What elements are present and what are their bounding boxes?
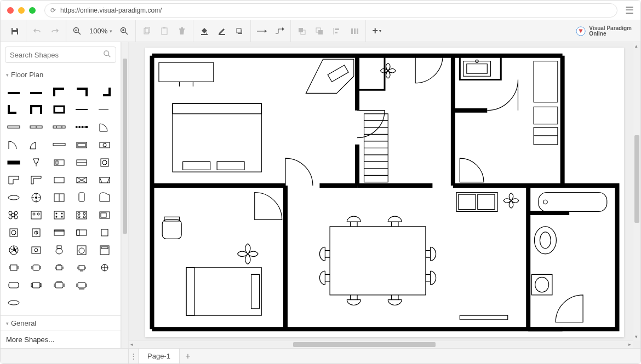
shape-seat-4[interactable] [74, 261, 89, 274]
shape-window-2[interactable] [28, 120, 44, 134]
paste-button[interactable] [157, 24, 172, 39]
add-page-button[interactable]: + [180, 349, 196, 363]
redo-button[interactable] [47, 24, 62, 39]
shape-armchair-3[interactable] [74, 278, 89, 291]
shape-sink-2[interactable] [97, 138, 112, 151]
shape-door-2[interactable] [28, 138, 44, 151]
zoom-level[interactable]: 100% ▾ [87, 27, 115, 35]
shape-seat-3[interactable] [51, 261, 67, 274]
more-shapes-button[interactable]: More Shapes... [1, 331, 121, 348]
shape-wall-corner-br[interactable] [97, 85, 112, 99]
drawing-canvas[interactable]: ◂ ▸ ▴ ▾ [129, 42, 640, 348]
shape-appliance-1[interactable] [51, 155, 67, 169]
shape-wall-corner-tl[interactable] [51, 85, 67, 99]
shape-wall-h2[interactable] [28, 85, 44, 99]
shape-window-1[interactable] [6, 120, 21, 134]
close-window-icon[interactable] [7, 7, 14, 14]
shape-desk-l[interactable] [6, 173, 21, 186]
shape-desk[interactable] [28, 173, 44, 186]
shape-table-1[interactable] [51, 173, 67, 186]
distribute-button[interactable] [347, 24, 362, 39]
line-style-button[interactable] [254, 24, 270, 39]
shape-sink-1[interactable] [74, 138, 89, 151]
vertical-scrollbar[interactable]: ▴ ▾ [633, 42, 640, 340]
shape-pie[interactable] [6, 243, 21, 256]
shape-microwave[interactable] [97, 208, 112, 221]
shape-appliance-3[interactable] [97, 155, 112, 169]
shape-seat-2[interactable] [28, 261, 44, 274]
shape-door-1[interactable] [6, 138, 21, 151]
shape-window-3[interactable] [51, 120, 67, 134]
align-button[interactable] [329, 24, 345, 39]
copy-button[interactable] [139, 24, 154, 39]
shape-plate[interactable] [6, 190, 21, 204]
page-tab-1[interactable]: Page-1 [139, 349, 180, 363]
line-color-button[interactable] [214, 24, 230, 39]
shapes-sidebar: Floor Plan [1, 42, 121, 348]
shape-stove-3[interactable] [74, 208, 89, 221]
connector-style-button[interactable] [272, 24, 287, 39]
shape-wall-u[interactable] [28, 103, 44, 116]
horizontal-scrollbar[interactable]: ◂ ▸ [129, 340, 633, 348]
shape-cabinet[interactable] [51, 190, 67, 204]
shape-seat-1[interactable] [6, 261, 21, 274]
to-front-button[interactable] [294, 24, 310, 39]
sidebar-scrollbar[interactable] [121, 42, 129, 348]
shape-opening[interactable] [51, 138, 67, 151]
shape-wall-corner-tr[interactable] [74, 85, 89, 99]
shape-lamp[interactable] [28, 155, 44, 169]
shape-toilet[interactable] [51, 243, 67, 256]
shape-dryer[interactable] [97, 243, 112, 256]
shape-outlet[interactable] [6, 226, 21, 239]
shape-table-2[interactable] [74, 173, 89, 186]
floor-plan-drawing[interactable] [145, 48, 624, 337]
shape-oval[interactable] [6, 296, 21, 309]
palette-general-header[interactable]: General [1, 315, 121, 331]
tab-drag-handle[interactable]: ⋮ [129, 349, 139, 363]
shape-tub[interactable] [6, 278, 21, 291]
shape-wall-thin2[interactable] [97, 103, 112, 116]
shape-stove-2[interactable] [51, 208, 67, 221]
shape-safe[interactable] [28, 243, 44, 256]
to-back-button[interactable] [312, 24, 327, 39]
delete-button[interactable] [174, 24, 190, 39]
shape-wall-corner-bl[interactable] [6, 103, 21, 116]
shape-plant[interactable] [6, 208, 21, 221]
save-button[interactable] [7, 24, 22, 39]
address-bar[interactable]: ⟳ https://online.visual-paradigm.com/ [44, 3, 617, 18]
zoom-in-button[interactable] [117, 24, 132, 39]
shape-window-4[interactable] [74, 120, 89, 134]
shape-chair[interactable] [97, 226, 112, 239]
shape-tv[interactable] [6, 155, 21, 169]
shape-fridge[interactable] [74, 190, 89, 204]
shape-washer[interactable] [74, 243, 89, 256]
shape-wall-h[interactable] [6, 85, 21, 99]
shape-stove-1[interactable] [28, 208, 44, 221]
shape-door-arc[interactable] [97, 120, 112, 134]
palette-floor-plan-header[interactable]: Floor Plan [1, 67, 121, 82]
shape-wall-thin[interactable] [74, 103, 89, 116]
shape-bed-small[interactable] [74, 226, 89, 239]
zoom-out-button[interactable] [70, 24, 85, 39]
shape-piano[interactable] [97, 190, 112, 204]
shape-switch[interactable] [28, 226, 44, 239]
shadow-button[interactable] [232, 24, 247, 39]
shape-armchair-2[interactable] [51, 278, 67, 291]
maximize-window-icon[interactable] [29, 7, 36, 14]
shape-fan[interactable] [28, 190, 44, 204]
shape-empty[interactable] [97, 278, 112, 291]
shape-armchair-1[interactable] [28, 278, 44, 291]
app-logo[interactable]: Visual Paradigm Online [576, 26, 637, 37]
shape-appliance-2[interactable] [74, 155, 89, 169]
shape-wall-box[interactable] [51, 103, 67, 116]
shape-table-3[interactable] [97, 173, 112, 186]
shape-sofa[interactable] [51, 226, 67, 239]
reload-icon[interactable]: ⟳ [50, 7, 56, 14]
search-shapes-input[interactable] [5, 47, 116, 63]
shape-seat-5[interactable] [97, 261, 112, 274]
undo-button[interactable] [30, 24, 45, 39]
hamburger-menu-icon[interactable]: ☰ [625, 4, 634, 16]
fill-color-button[interactable] [197, 24, 212, 39]
minimize-window-icon[interactable] [18, 7, 25, 14]
insert-button[interactable]: +▾ [369, 24, 385, 39]
